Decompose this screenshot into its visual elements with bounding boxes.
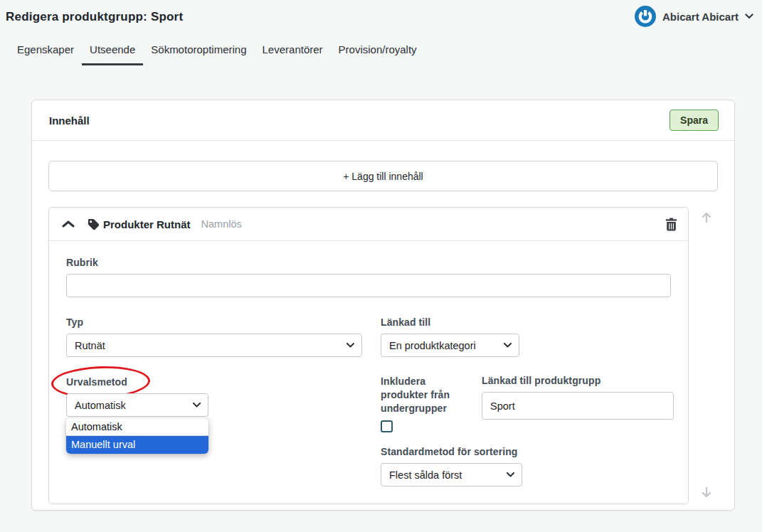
lankad-till-select-value: En produktkategori [389, 340, 476, 351]
collapse-chevron-up-icon[interactable] [60, 219, 76, 229]
sortering-group: Standardmetod för sortering Flest sålda … [381, 446, 674, 486]
lankad-till-select[interactable]: En produktkategori [381, 334, 519, 357]
save-button[interactable]: Spara [670, 110, 719, 131]
content-block-panel: Produkter Rutnät Namnlös [48, 207, 689, 504]
rubrik-input[interactable] [66, 274, 671, 297]
block-title: Produkter Rutnät [103, 218, 191, 230]
dropdown-option-manuellt-urval[interactable]: Manuellt urval [66, 436, 208, 454]
block-body: Rubrik Typ Rutnät [49, 241, 688, 504]
tag-icon [88, 218, 100, 230]
trash-icon[interactable] [664, 216, 679, 233]
chevron-down-icon[interactable] [745, 14, 753, 19]
rubrik-label: Rubrik [66, 257, 671, 268]
lankad-produktgrupp-input[interactable] [482, 392, 674, 420]
card-title: Innehåll [49, 115, 90, 127]
page-title: Redigera produktgrupp: Sport [6, 10, 183, 24]
tab-leverantorer[interactable]: Leverantörer [255, 38, 331, 65]
move-down-arrow-icon[interactable] [701, 486, 712, 499]
lankad-produktgrupp-group: Länkad till produktgrupp [482, 375, 674, 432]
typ-group: Typ Rutnät [66, 316, 362, 357]
lankad-till-group: Länkad till En produktkategori [381, 316, 519, 357]
sortering-label: Standardmetod för sortering [381, 446, 674, 457]
typ-select[interactable]: Rutnät [66, 334, 362, 357]
urvalsmetod-select[interactable]: Automatisk [66, 393, 208, 417]
tab-egenskaper[interactable]: Egenskaper [9, 38, 82, 65]
add-content-button[interactable]: + Lägg till innehåll [48, 161, 718, 191]
typ-label: Typ [66, 316, 362, 328]
chevron-down-icon [193, 403, 201, 408]
move-up-arrow-icon[interactable] [701, 211, 712, 223]
urvalsmetod-label: Urvalsmetod [66, 376, 208, 388]
chevron-down-icon [507, 472, 514, 477]
typ-select-value: Rutnät [75, 340, 105, 351]
urvalsmetod-group: Urvalsmetod Automatisk Automatisk Manuel… [66, 376, 208, 417]
user-name: Abicart Abicart [662, 11, 739, 23]
block-header: Produkter Rutnät Namnlös [49, 208, 688, 241]
card-header: Innehåll Spara [32, 100, 734, 141]
inkludera-label: Inkludera produkter från undergrupper [381, 375, 475, 415]
card-body: + Lägg till innehåll [32, 141, 734, 504]
tab-bar: Egenskaper Utseende Sökmotoroptimering L… [9, 38, 762, 65]
content-card: Innehåll Spara + Lägg till innehåll [31, 100, 735, 511]
inkludera-checkbox[interactable] [381, 420, 393, 432]
dropdown-option-automatisk[interactable]: Automatisk [66, 418, 208, 436]
block-subtitle: Namnlös [201, 218, 242, 230]
inkludera-group: Inkludera produkter från undergrupper [381, 375, 482, 432]
chevron-down-icon [504, 343, 512, 348]
top-header: Redigera produktgrupp: Sport Abicart Abi… [0, 0, 762, 34]
sortering-select[interactable]: Flest sålda först [381, 463, 522, 486]
sortering-select-value: Flest sålda först [389, 469, 462, 481]
user-menu[interactable]: Abicart Abicart [635, 6, 753, 27]
lankad-till-label: Länkad till [381, 316, 519, 328]
lankad-produktgrupp-label: Länkad till produktgrupp [482, 375, 674, 386]
chevron-down-icon [346, 343, 354, 348]
abicart-logo-icon [635, 6, 656, 27]
tab-provision-royalty[interactable]: Provision/royalty [331, 38, 425, 65]
tab-sokmotoroptimering[interactable]: Sökmotoroptimering [143, 38, 254, 65]
tab-utseende[interactable]: Utseende [82, 38, 143, 65]
urvalsmetod-dropdown: Automatisk Manuellt urval [66, 418, 208, 454]
urvalsmetod-select-value: Automatisk [75, 400, 126, 411]
